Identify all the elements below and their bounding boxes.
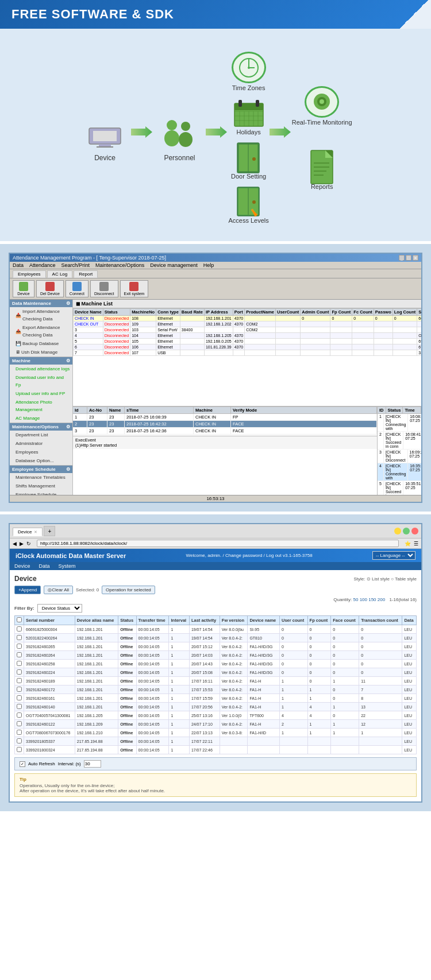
sidebar-export[interactable]: 📤Export Attendance Checking Data: [10, 323, 72, 339]
sidebar-timetables[interactable]: Maintenance Timetables: [10, 473, 72, 482]
address-bar[interactable]: http://192.168.1.88:8082/iclock/data/icl…: [37, 540, 399, 547]
sidebar-admin[interactable]: Administrator: [10, 439, 72, 448]
row-check[interactable]: [17, 721, 22, 726]
sidebar-upload-user[interactable]: Upload user info and FP: [10, 389, 72, 398]
menu-help[interactable]: Help: [203, 262, 214, 268]
device-table-container[interactable]: Serial number Device alias name Status T…: [14, 615, 417, 754]
sidebar-emp-schedule[interactable]: Employee Schedule: [10, 490, 72, 495]
device-row[interactable]: 3929182460265192.168.1.201 Offline 00:00…: [15, 642, 417, 651]
sidebar-shifts[interactable]: Shifts Management: [10, 482, 72, 490]
toolbar-del-device[interactable]: Del Device: [36, 280, 64, 297]
toolbar-exit[interactable]: Exit system: [120, 280, 149, 297]
menu-device[interactable]: Device management: [150, 262, 198, 268]
menu-data[interactable]: Data: [13, 262, 24, 268]
log-row-3[interactable]: 3 23 23 2018-07-25 16:42:36 CHECK IN FAC…: [73, 428, 377, 435]
log-row-2[interactable]: 2 23 23 2018-07-25 16:42:32 CHECK IN FAC…: [73, 421, 377, 428]
interval-input[interactable]: [84, 760, 101, 768]
style-toggle[interactable]: Style: ⊙ List style ○ Table style: [353, 576, 417, 582]
sidebar-dept[interactable]: Department List: [10, 431, 72, 439]
sidebar-import[interactable]: 📥Import Attendance Checking Data: [10, 307, 72, 323]
table-row[interactable]: CHECK OUT Disconnected 109 Ethernet 192.…: [74, 321, 422, 327]
append-btn[interactable]: +Append: [14, 586, 41, 594]
sidebar-employees[interactable]: Employees: [10, 448, 72, 456]
table-row[interactable]: CHECK IN Disconnected 108 Ethernet 192.1…: [74, 316, 422, 321]
menu-maintenance[interactable]: Maintenance/Options: [95, 262, 144, 268]
refresh-button[interactable]: ↻: [26, 541, 31, 547]
table-row[interactable]: 4 Disconnected 104 Ethernet 192.168.1.20…: [74, 333, 422, 339]
device-row[interactable]: 3399201800324217.65.194.88 Offline 00:00…: [15, 746, 417, 754]
tab-employees[interactable]: Employees: [13, 270, 46, 278]
row-check[interactable]: [17, 704, 22, 709]
auto-refresh-check[interactable]: ✓: [20, 761, 25, 767]
qty-100[interactable]: 100: [360, 597, 367, 602]
menu-attendance[interactable]: Attendance: [29, 262, 56, 268]
device-row[interactable]: 3929182460140192.168.1.201 Offline 00:00…: [15, 703, 417, 711]
menu-icon[interactable]: ☰: [414, 541, 418, 547]
table-row[interactable]: 5 Disconnected 105 Ethernet 192.168.0.20…: [74, 339, 422, 344]
sidebar-usb[interactable]: 🖥Ush Disk Manage: [10, 348, 72, 357]
nav-system[interactable]: System: [59, 563, 76, 569]
forward-button[interactable]: ▶: [20, 541, 24, 547]
language-select[interactable]: -- Language --: [372, 551, 415, 560]
row-check[interactable]: [17, 730, 22, 735]
toolbar-disconnect[interactable]: Disconnect: [90, 280, 118, 297]
select-all-check[interactable]: [17, 617, 22, 622]
device-row[interactable]: 3929182460122192.168.1.209 Offline 00:00…: [15, 720, 417, 729]
win-maximize[interactable]: □: [406, 255, 411, 261]
table-row[interactable]: 7 Disconnected 107 USB 3204: [74, 350, 422, 356]
row-check[interactable]: [17, 738, 22, 743]
sidebar-db[interactable]: Database Option...: [10, 456, 72, 465]
row-check[interactable]: [17, 644, 22, 649]
nav-device[interactable]: Device: [14, 563, 30, 569]
table-row[interactable]: 3 Disconnected 103 Serial Port/ 38400 CO…: [74, 327, 422, 333]
nav-data[interactable]: Data: [39, 563, 50, 569]
sidebar-photo[interactable]: Attendance Photo Management: [10, 398, 72, 414]
win-controls[interactable]: _ □ ✕: [399, 255, 418, 261]
device-row[interactable]: 3929182460258192.168.1.201 Offline 00:00…: [15, 660, 417, 668]
toolbar-connect[interactable]: Connect: [66, 280, 88, 297]
device-row[interactable]: 3929182460161192.168.1.201 Offline 00:00…: [15, 694, 417, 703]
sidebar-download-user[interactable]: Download user info and Fp: [10, 373, 72, 389]
sidebar-header-maint[interactable]: Maintenance/Options⚙: [10, 423, 72, 431]
log-row-1[interactable]: 1 23 23 2018-07-25 16:08:39 CHECK IN FP: [73, 414, 377, 421]
back-button[interactable]: ◀: [13, 541, 17, 547]
win-menubar[interactable]: Data Attendance Search/Print Maintenance…: [10, 262, 421, 269]
row-check[interactable]: [17, 669, 22, 675]
qty-50[interactable]: 50: [353, 597, 358, 602]
row-check[interactable]: [17, 687, 22, 692]
table-row[interactable]: 6 Disconnected 106 Ethernet 101.81.228.3…: [74, 344, 422, 350]
qty-150[interactable]: 150: [368, 597, 376, 602]
win-close[interactable]: ✕: [413, 255, 418, 261]
new-tab-btn[interactable]: +: [44, 526, 55, 536]
tab-aclog[interactable]: AC Log: [47, 270, 73, 278]
tab-close[interactable]: ✕: [34, 530, 37, 534]
sidebar-header-data[interactable]: Data Maintenance⚙: [10, 300, 72, 307]
sidebar-header-schedule[interactable]: Employee Schedule⚙: [10, 466, 72, 473]
browser-window-controls[interactable]: [394, 528, 418, 534]
menu-search[interactable]: Search/Print: [61, 262, 90, 268]
operation-btn[interactable]: Operation for selected: [102, 586, 155, 594]
browser-maximize[interactable]: [403, 528, 410, 534]
device-row[interactable]: OGT7080067073000176192.168.1.210 Offline…: [15, 729, 417, 737]
sidebar-backup[interactable]: 💾Backup Database: [10, 339, 72, 348]
sidebar-ac[interactable]: AC Manage: [10, 414, 72, 423]
browser-close[interactable]: [411, 528, 418, 534]
sidebar-download-logs[interactable]: Download attendance logs: [10, 365, 72, 373]
row-check[interactable]: [17, 695, 22, 700]
filter-select[interactable]: Device Status: [37, 604, 82, 613]
toolbar-device[interactable]: Device: [13, 280, 34, 297]
device-row[interactable]: OGT7040057041300081192.168.1.205 Offline…: [15, 711, 417, 720]
win-minimize[interactable]: _: [399, 255, 405, 261]
browser-minimize[interactable]: [394, 528, 401, 534]
clear-all-btn[interactable]: ◎Clear All: [44, 586, 73, 594]
qty-200[interactable]: 200: [378, 597, 385, 602]
row-check[interactable]: [17, 712, 22, 718]
device-row[interactable]: 3929182460224192.168.1.201 Offline 00:00…: [15, 668, 417, 677]
device-row[interactable]: 66691825000304192.168.1.201 Offline 00:0…: [15, 625, 417, 634]
row-check[interactable]: [17, 661, 22, 666]
row-check[interactable]: [17, 626, 22, 632]
device-row[interactable]: 52031822400264192.168.1.201 Offline 00:0…: [15, 634, 417, 642]
browser-tab-device[interactable]: Device ✕: [13, 528, 43, 536]
row-check[interactable]: [17, 635, 22, 640]
device-row[interactable]: 3929182460172192.168.1.201 Offline 00:00…: [15, 685, 417, 694]
